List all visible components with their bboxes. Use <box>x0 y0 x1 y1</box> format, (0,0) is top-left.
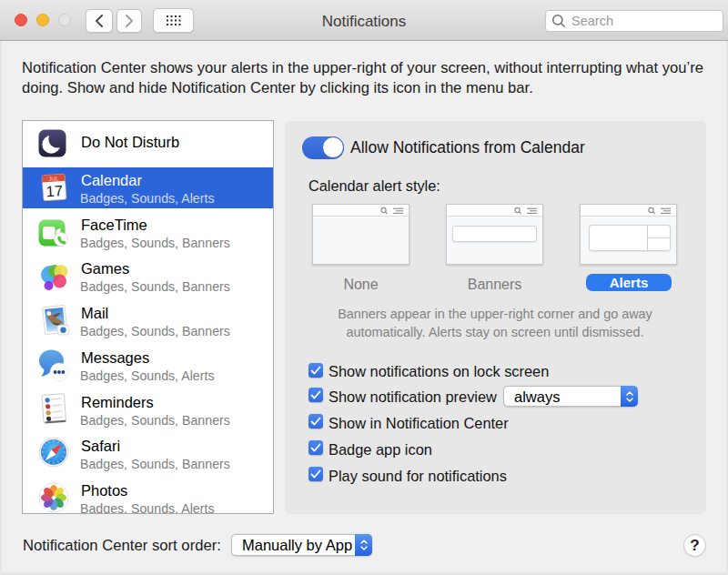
svg-text:JUL: JUL <box>48 175 59 182</box>
svg-text:17: 17 <box>46 182 64 199</box>
